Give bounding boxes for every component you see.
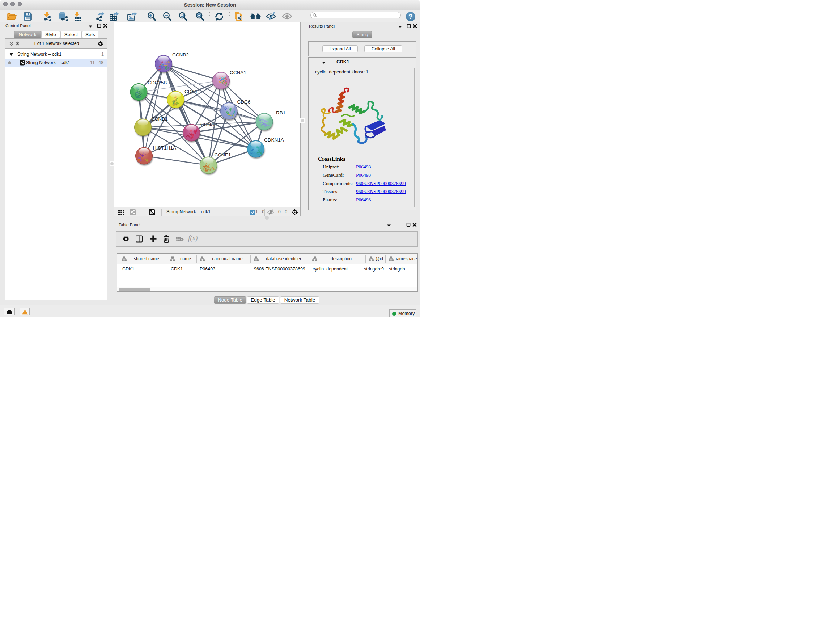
svg-text:CCNA2: CCNA2 xyxy=(201,122,217,127)
svg-text:CCNB2: CCNB2 xyxy=(172,52,189,57)
svg-text:CCNE1: CCNE1 xyxy=(215,152,231,157)
svg-text:HIST1H1A: HIST1H1A xyxy=(153,145,177,150)
svg-text:CDC6: CDC6 xyxy=(237,99,251,105)
svg-text:CCNA1: CCNA1 xyxy=(230,70,246,75)
svg-text:CDC25B: CDC25B xyxy=(148,80,167,86)
svg-text:CDKN1A: CDKN1A xyxy=(264,137,284,143)
svg-text:RB1: RB1 xyxy=(276,110,286,116)
svg-text:CCNB1: CCNB1 xyxy=(151,116,168,122)
svg-text:CDK1: CDK1 xyxy=(185,89,197,94)
